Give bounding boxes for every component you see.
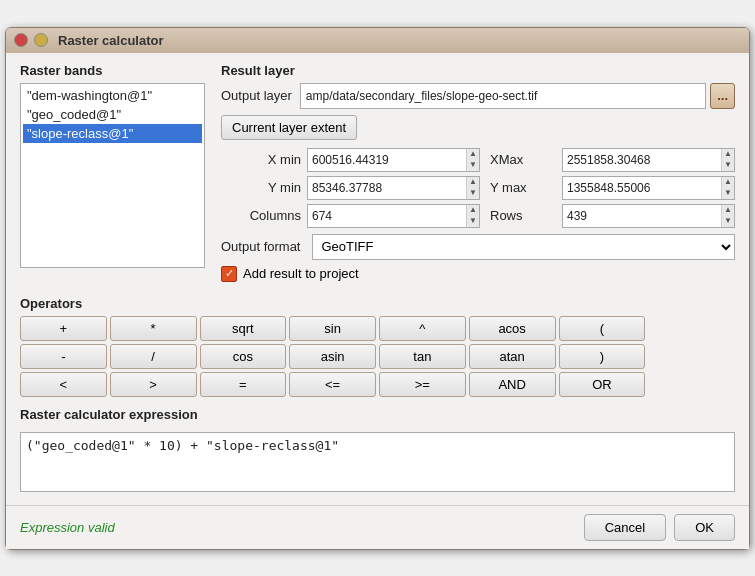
output-layer-label: Output layer xyxy=(221,88,292,103)
op-cos[interactable]: cos xyxy=(200,344,287,369)
bottom-bar: Expression valid Cancel OK xyxy=(6,505,749,549)
op-lte[interactable]: <= xyxy=(289,372,376,397)
top-section: Raster bands "dem-washington@1" "geo_cod… xyxy=(20,63,735,286)
op-less-than[interactable]: < xyxy=(20,372,107,397)
op-open-paren[interactable]: ( xyxy=(559,316,646,341)
ok-button[interactable]: OK xyxy=(674,514,735,541)
expression-section: Raster calculator expression ("geo_coded… xyxy=(20,407,735,495)
output-layer-row: Output layer ... xyxy=(221,83,735,109)
op-acos[interactable]: acos xyxy=(469,316,556,341)
rows-input-wrapper: ▲ ▼ xyxy=(562,204,735,228)
ymax-up[interactable]: ▲ xyxy=(722,177,734,188)
op-close-paren[interactable]: ) xyxy=(559,344,646,369)
columns-input[interactable] xyxy=(308,205,466,227)
operators-section: Operators + * sqrt sin ^ acos ( - / cos … xyxy=(20,296,735,397)
op-tan[interactable]: tan xyxy=(379,344,466,369)
format-row: Output format GeoTIFF ENVI ERDAS Imagine xyxy=(221,234,735,260)
xmin-input[interactable] xyxy=(308,149,466,171)
xmin-up[interactable]: ▲ xyxy=(467,149,479,160)
op-greater-than[interactable]: > xyxy=(110,372,197,397)
ymin-down[interactable]: ▼ xyxy=(467,188,479,199)
op-placeholder-3 xyxy=(648,372,735,397)
ymax-input[interactable] xyxy=(563,177,721,199)
rows-label: Rows xyxy=(486,208,556,223)
ymax-label: Y max xyxy=(486,180,556,195)
rows-up[interactable]: ▲ xyxy=(722,205,734,216)
browse-button[interactable]: ... xyxy=(710,83,735,109)
xmax-input[interactable] xyxy=(563,149,721,171)
rows-down[interactable]: ▼ xyxy=(722,216,734,227)
op-caret[interactable]: ^ xyxy=(379,316,466,341)
columns-up[interactable]: ▲ xyxy=(467,205,479,216)
raster-bands-list: "dem-washington@1" "geo_coded@1" "slope-… xyxy=(20,83,205,268)
ymin-up[interactable]: ▲ xyxy=(467,177,479,188)
xmin-input-wrapper: ▲ ▼ xyxy=(307,148,480,172)
columns-input-wrapper: ▲ ▼ xyxy=(307,204,480,228)
operators-grid: + * sqrt sin ^ acos ( - / cos asin tan a… xyxy=(20,316,735,397)
close-button[interactable] xyxy=(14,33,28,47)
op-equals[interactable]: = xyxy=(200,372,287,397)
op-sqrt[interactable]: sqrt xyxy=(200,316,287,341)
expression-textarea[interactable]: ("geo_coded@1" * 10) + "slope-reclass@1" xyxy=(20,432,735,492)
xmax-down[interactable]: ▼ xyxy=(722,160,734,171)
window-title: Raster calculator xyxy=(58,33,164,48)
columns-down[interactable]: ▼ xyxy=(467,216,479,227)
xmax-up[interactable]: ▲ xyxy=(722,149,734,160)
op-sin[interactable]: sin xyxy=(289,316,376,341)
add-to-project-checkbox[interactable]: ✓ xyxy=(221,266,237,282)
op-minus[interactable]: - xyxy=(20,344,107,369)
add-to-project-label: Add result to project xyxy=(243,266,359,281)
output-path-input[interactable] xyxy=(300,83,706,109)
op-placeholder-1 xyxy=(648,316,735,341)
op-plus[interactable]: + xyxy=(20,316,107,341)
operators-label: Operators xyxy=(20,296,735,311)
op-gte[interactable]: >= xyxy=(379,372,466,397)
ymin-input-wrapper: ▲ ▼ xyxy=(307,176,480,200)
ymax-down[interactable]: ▼ xyxy=(722,188,734,199)
bottom-buttons: Cancel OK xyxy=(584,514,735,541)
output-format-label: Output format xyxy=(221,239,300,254)
op-placeholder-2 xyxy=(648,344,735,369)
result-layer-label: Result layer xyxy=(221,63,735,78)
ymin-input[interactable] xyxy=(308,177,466,199)
raster-band-item-selected[interactable]: "slope-reclass@1" xyxy=(23,124,202,143)
op-divide[interactable]: / xyxy=(110,344,197,369)
titlebar: Raster calculator xyxy=(6,28,749,53)
op-and[interactable]: AND xyxy=(469,372,556,397)
left-panel: Raster bands "dem-washington@1" "geo_cod… xyxy=(20,63,205,286)
op-atan[interactable]: atan xyxy=(469,344,556,369)
main-content: Raster bands "dem-washington@1" "geo_cod… xyxy=(6,53,749,505)
op-or[interactable]: OR xyxy=(559,372,646,397)
add-to-project-row: ✓ Add result to project xyxy=(221,266,735,282)
raster-calculator-window: Raster calculator Raster bands "dem-wash… xyxy=(5,27,750,550)
right-panel: Result layer Output layer ... Current la… xyxy=(221,63,735,286)
columns-label: Columns xyxy=(221,208,301,223)
output-format-select[interactable]: GeoTIFF ENVI ERDAS Imagine xyxy=(312,234,735,260)
raster-band-item[interactable]: "geo_coded@1" xyxy=(23,105,202,124)
current-extent-button[interactable]: Current layer extent xyxy=(221,115,357,140)
raster-bands-label: Raster bands xyxy=(20,63,205,78)
ymin-label: Y min xyxy=(221,180,301,195)
raster-band-item[interactable]: "dem-washington@1" xyxy=(23,86,202,105)
minimize-button[interactable] xyxy=(34,33,48,47)
op-multiply[interactable]: * xyxy=(110,316,197,341)
xmin-label: X min xyxy=(221,152,301,167)
xmax-label: XMax xyxy=(486,152,556,167)
status-text: Expression valid xyxy=(20,520,115,535)
op-asin[interactable]: asin xyxy=(289,344,376,369)
xmin-down[interactable]: ▼ xyxy=(467,160,479,171)
rows-input[interactable] xyxy=(563,205,721,227)
cancel-button[interactable]: Cancel xyxy=(584,514,666,541)
grid-params: X min ▲ ▼ XMax ▲ ▼ xyxy=(221,148,735,228)
xmax-input-wrapper: ▲ ▼ xyxy=(562,148,735,172)
ymax-input-wrapper: ▲ ▼ xyxy=(562,176,735,200)
expression-label: Raster calculator expression xyxy=(20,407,735,422)
